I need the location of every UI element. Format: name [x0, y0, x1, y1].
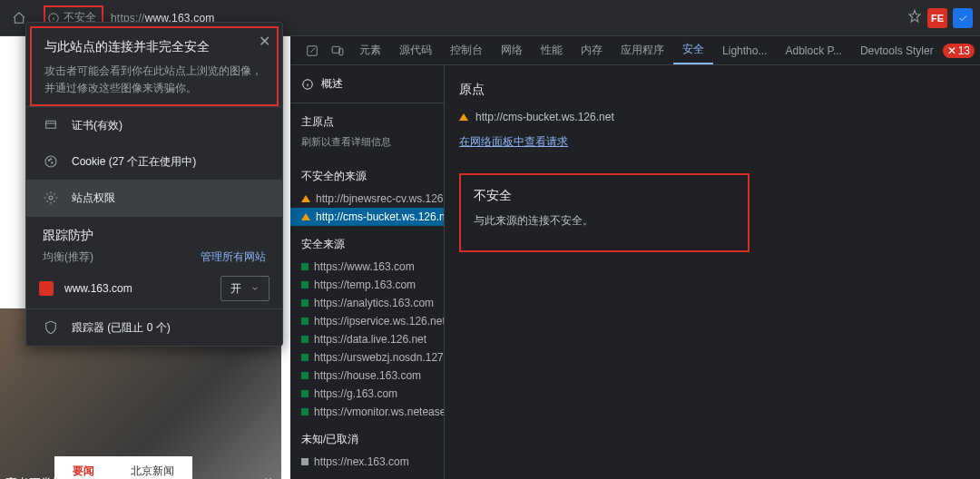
origin-row[interactable]: https://vmonitor.ws.netease.c: [290, 403, 444, 421]
cookies-row[interactable]: Cookie (27 个正在使用中): [26, 143, 282, 180]
svg-point-7: [48, 160, 49, 161]
trackers-row[interactable]: 跟踪器 (已阻止 0 个): [26, 309, 282, 346]
certificate-icon: [43, 117, 59, 133]
warning-icon: [459, 113, 468, 121]
security-origin-detail: 原点 http://cms-bucket.ws.126.net 在网络面板中查看…: [445, 65, 980, 479]
certificate-row[interactable]: 证书(有效): [26, 107, 282, 143]
origin-url: https://temp.163.com: [314, 279, 416, 291]
insecure-origins-label: 不安全的来源: [290, 169, 444, 190]
origin-url: https://www.163.com: [314, 260, 415, 273]
insecure-group: 不安全的来源 http://bjnewsrec-cv.ws.126.n http…: [290, 158, 444, 226]
warning-icon: [301, 195, 310, 202]
tracking-level: 均衡(推荐): [43, 249, 93, 265]
svg-rect-2: [332, 46, 339, 53]
insecure-detail-box: 不安全 与此来源的连接不安全。: [459, 173, 750, 252]
origin-line: http://cms-bucket.ws.126.net: [459, 111, 965, 123]
svg-point-6: [45, 156, 56, 167]
inspect-icon[interactable]: [299, 44, 325, 57]
info-icon: [301, 78, 314, 91]
secure-icon: [301, 299, 309, 307]
tracking-site-row: www.163.com 开: [26, 269, 282, 308]
tab-security[interactable]: 安全: [673, 36, 713, 64]
origin-url: https://g.163.com: [314, 387, 397, 400]
page-bottom-tabs[interactable]: 要闻 北京新闻: [54, 456, 192, 479]
origin-row[interactable]: https://www.163.com: [290, 258, 444, 276]
manage-all-link[interactable]: 管理所有网站: [201, 249, 266, 265]
secure-group: 安全来源 https://www.163.com https://temp.16…: [290, 226, 444, 421]
secure-icon: [301, 408, 309, 415]
certificate-label: 证书(有效): [72, 118, 122, 133]
origin-row[interactable]: http://cms-bucket.ws.126.ne: [290, 208, 444, 226]
secure-icon: [301, 336, 309, 343]
tab-lighthouse[interactable]: Lightho...: [713, 36, 776, 64]
page-tab-news[interactable]: 要闻: [73, 464, 94, 479]
secure-icon: [301, 263, 309, 270]
page-tab-beijing[interactable]: 北京新闻: [131, 464, 174, 479]
secure-icon: [301, 372, 309, 379]
origin-url: https://nex.163.com: [314, 455, 409, 468]
origin-row[interactable]: https://ipservice.ws.126.net: [290, 312, 444, 330]
insecure-box-title: 不安全: [474, 188, 735, 204]
tab-console[interactable]: 控制台: [441, 36, 492, 64]
tab-network[interactable]: 网络: [492, 36, 532, 64]
site-badge-icon: [39, 281, 54, 296]
tab-memory[interactable]: 内存: [572, 36, 612, 64]
extension-check-icon[interactable]: [953, 8, 973, 28]
origin-row[interactable]: https://g.163.com: [290, 385, 444, 403]
tab-devtools-styler[interactable]: Devtools Styler: [851, 36, 943, 64]
overview-row[interactable]: 概述: [290, 65, 444, 103]
error-count-badge[interactable]: ✕13: [943, 44, 975, 58]
security-origin-list: 概述 主原点 刷新以查看详细信息 不安全的来源 http://bjnewsrec…: [290, 65, 445, 479]
trackers-label: 跟踪器 (已阻止 0 个): [72, 320, 171, 336]
secure-icon: [301, 281, 309, 288]
view-in-network-link[interactable]: 在网络面板中查看请求: [459, 135, 568, 148]
origin-url: http://cms-bucket.ws.126.ne: [316, 210, 444, 223]
secure-icon: [301, 390, 309, 397]
origin-url: http://bjnewsrec-cv.ws.126.n: [316, 192, 444, 205]
secure-origins-label: 安全来源: [290, 237, 444, 258]
origin-detail-url[interactable]: http://cms-bucket.ws.126.net: [475, 111, 614, 123]
permissions-row[interactable]: 站点权限: [26, 180, 282, 216]
tab-sources[interactable]: 源代码: [390, 36, 441, 64]
secure-icon: [301, 318, 309, 325]
origin-url: https://house.163.com: [314, 369, 421, 382]
shield-icon: [43, 319, 59, 336]
device-toggle-icon[interactable]: [325, 44, 350, 57]
origin-row[interactable]: https://urswebzj.nosdn.127.n: [290, 348, 444, 367]
tracking-toggle[interactable]: 开: [220, 276, 270, 301]
origin-row[interactable]: http://bjnewsrec-cv.ws.126.n: [290, 190, 444, 208]
origin-row[interactable]: https://data.live.126.net: [290, 330, 444, 348]
refresh-hint: 刷新以查看详细信息: [290, 135, 444, 158]
insecure-box-desc: 与此来源的连接不安全。: [474, 213, 735, 229]
bookmark-icon[interactable]: [907, 9, 922, 26]
cookie-icon: [43, 153, 59, 170]
origin-row[interactable]: https://nex.163.com: [290, 453, 444, 471]
overview-label: 概述: [321, 76, 343, 92]
tab-application[interactable]: 应用程序: [612, 36, 673, 64]
origin-url: https://urswebzj.nosdn.127.n: [314, 351, 444, 364]
popup-desc: 攻击者可能会看到你在此站点上浏览的图像，并通过修改这些图像来诱骗你。: [44, 63, 264, 97]
tab-adblock[interactable]: Adblock P...: [776, 36, 850, 64]
origin-row[interactable]: https://temp.163.com: [290, 276, 444, 294]
origin-row[interactable]: https://house.163.com: [290, 367, 444, 385]
svg-point-9: [50, 159, 51, 160]
close-button[interactable]: ✕: [255, 32, 273, 50]
site-host: www.163.com: [64, 282, 210, 295]
gear-icon: [43, 190, 59, 206]
tab-elements[interactable]: 元素: [350, 36, 390, 64]
toggle-label: 开: [230, 281, 241, 297]
unknown-origins-label: 未知/已取消: [290, 432, 444, 453]
extension-fe-icon[interactable]: FE: [927, 8, 947, 28]
origin-url: https://analytics.163.com: [314, 297, 434, 309]
devtools-security-panel: 概述 主原点 刷新以查看详细信息 不安全的来源 http://bjnewsrec…: [290, 65, 980, 479]
warning-icon: [301, 213, 310, 220]
chevron-down-icon: [250, 284, 260, 293]
popup-warning-box: 与此站点的连接并非完全安全 攻击者可能会看到你在此站点上浏览的图像，并通过修改这…: [30, 26, 279, 106]
tracking-section: 跟踪防护 均衡(推荐) 管理所有网站: [26, 217, 282, 269]
page-strip: 高考正常进行 林: [0, 73, 25, 479]
tab-performance[interactable]: 性能: [532, 36, 572, 64]
origin-url: https://data.live.126.net: [314, 333, 426, 346]
origin-row[interactable]: https://analytics.163.com: [290, 294, 444, 312]
svg-point-10: [49, 196, 53, 200]
unknown-group: 未知/已取消 https://nex.163.com: [290, 421, 444, 471]
